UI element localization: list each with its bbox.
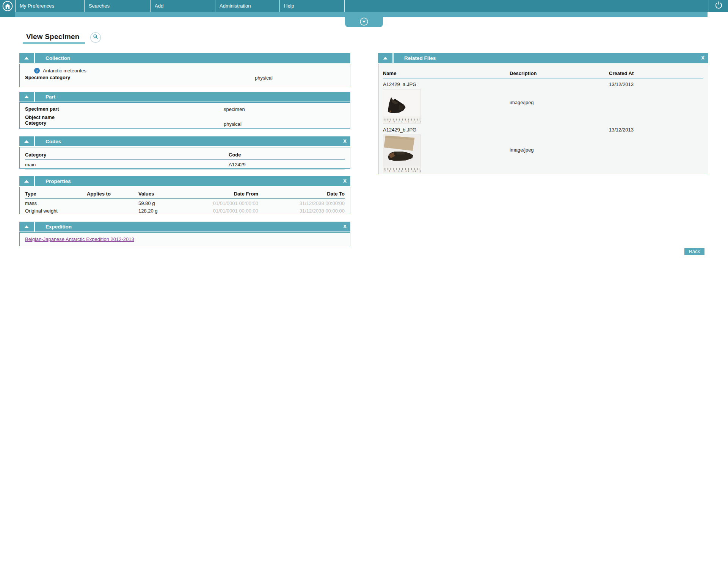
related-files-header-created-at: Created At xyxy=(609,70,703,76)
properties-header-values: Values xyxy=(138,191,191,197)
property-date-to: 31/12/2038 00:00:00 xyxy=(258,200,345,206)
collapse-related-files-button[interactable] xyxy=(378,53,392,63)
codes-panel-title: Codes xyxy=(35,139,61,144)
codes-header-category: Category xyxy=(25,152,229,158)
expedition-link[interactable]: Belgian-Japanese Antarctic Expedition 20… xyxy=(25,236,134,242)
main-menu: My Preferences Searches Add Administrati… xyxy=(15,0,345,12)
info-icon[interactable]: i xyxy=(34,68,40,74)
specimen-part-value: specimen xyxy=(224,106,245,112)
meteorite-photo xyxy=(383,135,420,166)
related-files-header-name: Name xyxy=(383,70,510,76)
collection-name: Antarctic meteorites xyxy=(43,68,86,74)
object-name-label: Object name xyxy=(25,114,55,120)
ruler-numbers: 7 8 9 10 11 12 13 xyxy=(383,170,420,173)
file-name[interactable]: A12429_a.JPG xyxy=(383,81,510,87)
property-value: 59.80 g xyxy=(138,200,191,206)
home-icon xyxy=(2,0,13,13)
expand-menu-tab[interactable] xyxy=(345,17,383,27)
part-panel-title: Part xyxy=(35,94,55,100)
property-date-from: 01/01/0001 00:00:00 xyxy=(191,208,258,214)
triangle-up-icon xyxy=(24,95,29,98)
collapse-properties-button[interactable] xyxy=(19,176,34,186)
triangle-up-icon xyxy=(24,140,29,143)
related-file-row: A12429_b.JPG 7 8 9 10 11 12 13 xyxy=(383,124,703,173)
file-thumbnail[interactable]: 7 8 9 10 11 12 1 xyxy=(383,89,421,124)
related-files-panel-title: Related Files xyxy=(394,55,436,61)
file-thumbnail[interactable]: 7 8 9 10 11 12 13 xyxy=(383,135,421,173)
close-icon[interactable]: X xyxy=(343,176,347,186)
view-search-button[interactable] xyxy=(90,32,101,43)
file-created-at: 13/12/2013 xyxy=(609,81,703,124)
file-description: image/jpeg xyxy=(510,126,609,173)
triangle-up-icon xyxy=(24,57,29,59)
collection-panel: Collection i Antarctic meteorites Specim… xyxy=(19,53,350,87)
properties-header-date-from: Date From xyxy=(191,191,258,197)
chevron-down-icon xyxy=(359,17,369,28)
panel-bottom-strip xyxy=(378,176,708,180)
home-button[interactable] xyxy=(0,0,15,17)
file-description: image/jpeg xyxy=(510,81,609,124)
property-date-to: 31/12/2038 00:00:00 xyxy=(258,208,345,214)
expedition-panel: Expedition X Belgian-Japanese Antarctic … xyxy=(19,222,350,246)
part-panel: Part Specimen part specimen Object name … xyxy=(19,92,350,129)
secondary-bar xyxy=(15,12,708,17)
triangle-up-icon xyxy=(383,57,388,59)
code-value: A12429 xyxy=(229,162,345,167)
close-icon[interactable]: X xyxy=(343,136,347,146)
property-date-from: 01/01/0001 00:00:00 xyxy=(191,200,258,206)
collapse-codes-button[interactable] xyxy=(19,136,34,146)
meteorite-photo xyxy=(383,89,420,117)
codes-header-code: Code xyxy=(229,152,345,158)
codes-row: main A12429 xyxy=(25,160,345,170)
property-applies-to xyxy=(87,200,138,206)
expedition-panel-title: Expedition xyxy=(35,224,72,230)
code-category-value: main xyxy=(25,162,229,167)
codes-panel: Codes X Category Code main A12429 xyxy=(19,136,350,169)
menu-item-searches[interactable]: Searches xyxy=(84,0,150,12)
related-file-row: A12429_a.JPG 7 8 9 10 11 12 1 image xyxy=(383,78,703,124)
category-value: physical xyxy=(224,121,242,127)
back-button[interactable]: Back xyxy=(684,248,704,255)
property-row: Original weight 128.20 g 01/01/0001 00:0… xyxy=(25,207,345,214)
ruler-numbers: 7 8 9 10 11 12 1 xyxy=(383,120,420,124)
properties-header-applies-to: Applies to xyxy=(87,191,138,197)
collection-panel-title: Collection xyxy=(35,55,70,61)
menu-item-administration[interactable]: Administration xyxy=(215,0,279,12)
property-type: mass xyxy=(25,200,87,206)
collapse-part-button[interactable] xyxy=(19,92,34,102)
properties-panel-title: Properties xyxy=(35,178,71,184)
page-title: View Specimen xyxy=(23,32,85,44)
specimen-category-label: Specimen category xyxy=(25,75,70,80)
menu-item-add[interactable]: Add xyxy=(150,0,215,12)
file-created-at: 13/12/2013 xyxy=(609,126,703,173)
logout-button[interactable] xyxy=(709,0,728,12)
triangle-up-icon xyxy=(24,225,29,228)
collapse-collection-button[interactable] xyxy=(19,53,34,63)
related-files-header-description: Description xyxy=(510,70,609,76)
property-applies-to xyxy=(87,208,138,214)
specimen-category-value: physical xyxy=(255,75,273,81)
triangle-up-icon xyxy=(24,180,29,183)
properties-header-date-to: Date To xyxy=(258,191,345,197)
property-row: mass 59.80 g 01/01/0001 00:00:00 31/12/2… xyxy=(25,199,345,207)
file-name[interactable]: A12429_b.JPG xyxy=(383,126,510,133)
close-icon[interactable]: X xyxy=(701,53,704,63)
related-files-panel: Related Files X Name Description Created… xyxy=(378,53,708,174)
category-label: Category xyxy=(25,120,46,126)
close-icon[interactable]: X xyxy=(343,222,347,231)
power-icon xyxy=(714,0,723,11)
properties-panel: Properties X Type Applies to Values Date… xyxy=(19,176,350,214)
menu-item-help[interactable]: Help xyxy=(279,0,345,12)
specimen-part-label: Specimen part xyxy=(25,106,59,112)
menu-item-my-preferences[interactable]: My Preferences xyxy=(15,0,84,12)
magnifier-icon xyxy=(92,33,99,42)
properties-header-type: Type xyxy=(25,191,87,197)
property-type: Original weight xyxy=(25,208,87,214)
collapse-expedition-button[interactable] xyxy=(19,222,34,231)
property-value: 128.20 g xyxy=(138,208,191,214)
